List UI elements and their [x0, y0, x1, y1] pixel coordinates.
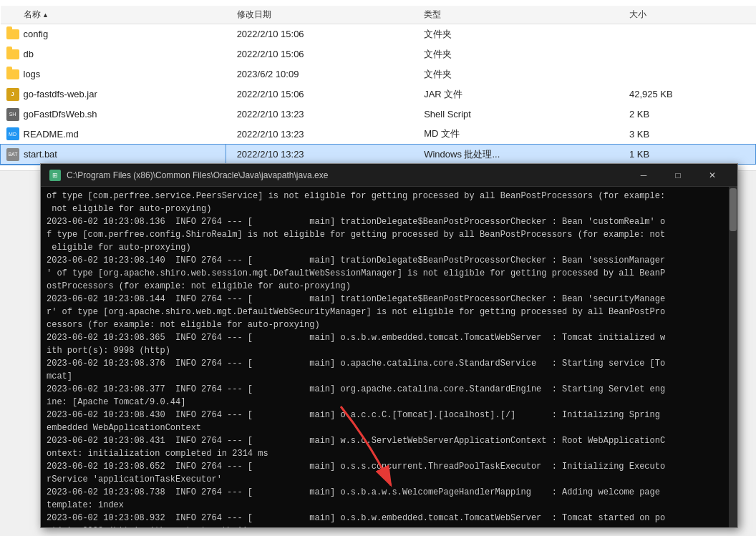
file-modified: 2022/2/10 15:06 [226, 44, 413, 64]
file-size: 1 KB [618, 145, 756, 165]
file-modified: 2022/2/10 13:23 [226, 125, 413, 145]
file-name: go-fastdfs-web.jar [24, 89, 97, 99]
file-name: config [24, 29, 49, 39]
file-size [618, 24, 756, 44]
md-icon: MD [6, 127, 19, 140]
minimize-button[interactable]: ─ [627, 165, 660, 185]
file-table: 名称 修改日期 类型 大小 config 2022/2/10 15:06 文件夹… [0, 6, 756, 165]
file-size: 42,925 KB [618, 84, 756, 104]
file-size [618, 44, 756, 64]
file-modified: 2022/2/10 13:23 [226, 145, 413, 165]
console-scrollbar-thumb[interactable] [730, 188, 737, 231]
file-type: 文件夹 [412, 44, 618, 64]
table-row[interactable]: db 2022/2/10 15:06 文件夹 [1, 44, 756, 64]
console-title: C:\Program Files (x86)\Common Files\Orac… [67, 170, 621, 180]
bat-icon: BAT [6, 148, 19, 161]
file-type: 文件夹 [412, 24, 618, 44]
file-type: Shell Script [412, 104, 618, 125]
table-row[interactable]: BAT start.bat 2022/2/10 13:23 Windows 批处… [1, 145, 756, 165]
file-name: start.bat [24, 149, 57, 160]
file-modified: 2023/6/2 10:09 [226, 64, 413, 84]
folder-icon [6, 29, 19, 39]
file-size [618, 64, 756, 84]
file-type: MD 文件 [412, 125, 618, 145]
jar-icon: J [6, 88, 19, 101]
console-output: of type [com.perfree.service.PeersServic… [41, 187, 737, 527]
table-row[interactable]: MD README.md 2022/2/10 13:23 MD 文件 3 KB [1, 125, 756, 145]
folder-icon [6, 49, 19, 59]
file-name: README.md [24, 129, 79, 140]
console-window-controls: ─ □ ✕ [627, 165, 729, 185]
table-row[interactable]: config 2022/2/10 15:06 文件夹 [1, 24, 756, 44]
file-name: logs [24, 69, 41, 79]
console-scrollbar[interactable] [729, 187, 737, 527]
folder-icon [6, 69, 19, 79]
table-row[interactable]: J go-fastdfs-web.jar 2022/2/10 15:06 JAR… [1, 84, 756, 104]
maximize-button[interactable]: □ [662, 165, 694, 185]
close-button[interactable]: ✕ [696, 165, 729, 185]
file-modified: 2022/2/10 15:06 [226, 84, 413, 104]
col-name[interactable]: 名称 [1, 6, 226, 24]
console-icon: ⊞ [49, 170, 61, 181]
table-row[interactable]: logs 2023/6/2 10:09 文件夹 [1, 64, 756, 84]
col-type[interactable]: 类型 [412, 6, 618, 24]
col-size[interactable]: 大小 [618, 6, 756, 24]
file-size: 3 KB [618, 125, 756, 145]
sh-icon: SH [6, 108, 19, 121]
console-window: ⊞ C:\Program Files (x86)\Common Files\Or… [40, 163, 738, 528]
file-type: 文件夹 [412, 64, 618, 84]
file-name: db [24, 49, 34, 59]
file-size: 2 KB [618, 104, 756, 125]
console-titlebar: ⊞ C:\Program Files (x86)\Common Files\Or… [41, 164, 737, 187]
file-name: goFastDfsWeb.sh [24, 109, 97, 120]
file-type: Windows 批处理... [412, 145, 618, 165]
file-type: JAR 文件 [412, 84, 618, 104]
col-modified[interactable]: 修改日期 [226, 6, 413, 24]
file-explorer: 名称 修改日期 类型 大小 config 2022/2/10 15:06 文件夹… [0, 0, 756, 171]
table-row[interactable]: SH goFastDfsWeb.sh 2022/2/10 13:23 Shell… [1, 104, 756, 125]
file-modified: 2022/2/10 15:06 [226, 24, 413, 44]
file-modified: 2022/2/10 13:23 [226, 104, 413, 125]
